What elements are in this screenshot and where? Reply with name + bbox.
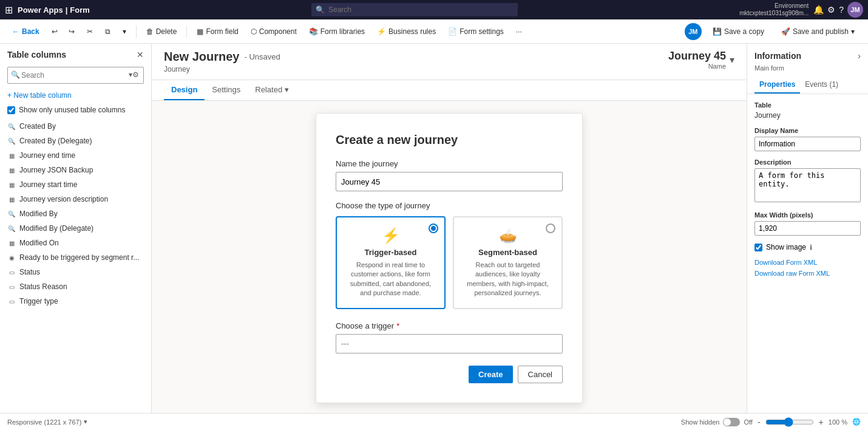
save-publish-button[interactable]: 🚀 Save and publish ▾ — [775, 25, 861, 38]
globe-icon[interactable]: 🌐 — [852, 418, 861, 426]
trigger-icon: ⚡ — [347, 227, 435, 244]
trigger-based-card[interactable]: ⚡ Trigger-based Respond in real time to … — [336, 216, 446, 309]
show-hidden-toggle[interactable] — [723, 418, 740, 426]
env-label: Environment — [739, 2, 809, 10]
display-name-input[interactable] — [754, 137, 861, 151]
more-icon: ··· — [516, 27, 522, 36]
topbar-search-input[interactable] — [311, 3, 518, 16]
dialog-actions: Create Cancel — [336, 366, 563, 383]
save-publish-arrow: ▾ — [851, 27, 855, 36]
form-tabs: Design Settings Related ▾ — [152, 80, 747, 101]
undo-button[interactable]: ↩ — [47, 25, 63, 38]
save-copy-button[interactable]: 💾 Save a copy — [707, 25, 770, 38]
cancel-button[interactable]: Cancel — [518, 366, 563, 383]
show-unused-checkbox-row[interactable]: Show only unused table columns — [0, 103, 151, 119]
business-rules-button[interactable]: ⚡ Business rules — [372, 25, 441, 38]
list-item[interactable]: ▭ Status — [0, 265, 151, 279]
item-label: Journey end time — [19, 151, 75, 160]
form-field-button[interactable]: ▦ Form field — [192, 25, 243, 38]
expand-form-button[interactable]: ▾ — [730, 54, 734, 66]
save-publish-icon: 🚀 — [781, 27, 790, 36]
delete-icon: 🗑 — [146, 27, 154, 36]
trigger-select-input[interactable] — [336, 334, 563, 353]
apps-icon[interactable]: ⊞ — [5, 4, 13, 16]
search-icon: 🔍 — [7, 225, 16, 232]
show-unused-checkbox[interactable] — [7, 106, 15, 114]
list-item[interactable]: ◉ Ready to be triggered by segment r... — [0, 250, 151, 265]
current-user-avatar[interactable]: JM — [685, 23, 702, 40]
list-item[interactable]: ▦ Journey end time — [0, 148, 151, 163]
list-item[interactable]: ▦ Modified On — [0, 236, 151, 250]
business-rules-label: Business rules — [388, 27, 436, 36]
list-item[interactable]: 🔍 Created By (Delegate) — [0, 134, 151, 148]
filter-icon[interactable]: ▾⚙ — [129, 70, 139, 79]
zoom-minus-icon[interactable]: - — [758, 417, 761, 427]
form-settings-button[interactable]: 📄 Form settings — [443, 25, 509, 38]
form-name-label: Journey 45 — [668, 50, 726, 63]
create-button[interactable]: Create — [469, 366, 512, 383]
form-libraries-button[interactable]: 📚 Form libraries — [304, 25, 370, 38]
responsive-dropdown-icon[interactable]: ▾ — [84, 418, 87, 426]
rpanel-tab-properties[interactable]: Properties — [754, 77, 800, 94]
settings-icon[interactable]: ⚙ — [827, 5, 835, 15]
component-button[interactable]: ⬡ Component — [246, 25, 302, 38]
right-panel-tabs: Properties Events (1) — [747, 77, 868, 94]
list-item[interactable]: 🔍 Created By — [0, 119, 151, 134]
tab-design[interactable]: Design — [164, 80, 205, 100]
dropdown-button[interactable]: ▾ — [118, 25, 131, 38]
description-textarea[interactable]: A form for this entity. — [754, 168, 861, 202]
download-form-xml-link[interactable]: Download Form XML — [754, 259, 861, 266]
delete-button[interactable]: 🗑 Delete — [141, 25, 182, 38]
zoom-plus-icon[interactable]: + — [819, 417, 824, 427]
download-raw-xml-link[interactable]: Download raw Form XML — [754, 270, 861, 277]
show-image-info-icon[interactable]: ℹ — [810, 244, 812, 251]
zoom-slider[interactable] — [765, 417, 814, 427]
copy-button[interactable]: ⧉ — [100, 25, 115, 38]
help-icon[interactable]: ? — [839, 5, 844, 15]
segment-based-card[interactable]: 🥧 Segment-based Reach out to targeted au… — [453, 216, 563, 309]
sidebar-close-button[interactable]: ✕ — [137, 50, 144, 60]
more-button[interactable]: ··· — [511, 25, 527, 38]
sidebar-header: Table columns ✕ — [0, 44, 151, 63]
item-label: Modified On — [19, 239, 59, 247]
bottom-right: Show hidden Off - + 100 % 🌐 — [681, 417, 861, 427]
list-item[interactable]: 🔍 Modified By — [0, 206, 151, 221]
show-image-checkbox[interactable] — [754, 244, 762, 251]
back-arrow-icon: ← — [12, 27, 19, 36]
form-canvas: Create a new journey Name the journey Ch… — [152, 101, 747, 430]
user-avatar[interactable]: JM — [847, 2, 863, 18]
show-unused-label: Show only unused table columns — [19, 106, 125, 114]
brand-sep: | — [66, 5, 68, 15]
list-item[interactable]: ▦ Journey version description — [0, 192, 151, 206]
topbar: ⊞ Power Apps | Form 🔍 Environment mktcxp… — [0, 0, 868, 19]
back-button[interactable]: ← Back — [7, 25, 44, 38]
search-icon: 🔍 — [7, 138, 16, 145]
sidebar-search-input[interactable] — [7, 67, 144, 84]
sidebar-title: Table columns — [7, 50, 66, 60]
tab-settings[interactable]: Settings — [205, 80, 248, 100]
toggle-knob — [724, 418, 731, 426]
tab-related[interactable]: Related ▾ — [248, 80, 296, 100]
display-name-field-group: Display Name — [754, 127, 861, 151]
list-item[interactable]: ▭ Trigger type — [0, 294, 151, 309]
rpanel-tab-events[interactable]: Events (1) — [800, 77, 843, 94]
notification-icon[interactable]: 🔔 — [813, 5, 824, 15]
toolbar: ← Back ↩ ↪ ✂ ⧉ ▾ 🗑 Delete ▦ Form field ⬡… — [0, 19, 868, 44]
env-name: mktcxptest1031sg908m... — [739, 10, 809, 17]
new-table-column-button[interactable]: + New table column — [0, 87, 151, 103]
list-item[interactable]: ▭ Status Reason — [0, 279, 151, 294]
max-width-input[interactable] — [754, 221, 861, 236]
undo-icon: ↩ — [52, 27, 58, 36]
cut-button[interactable]: ✂ — [82, 25, 98, 38]
redo-button[interactable]: ↪ — [64, 25, 80, 38]
list-item[interactable]: ▦ Journey JSON Backup — [0, 163, 151, 177]
topbar-icons: 🔔 ⚙ ? JM — [813, 2, 863, 18]
list-item[interactable]: ▦ Journey start time — [0, 177, 151, 192]
right-panel-expand-button[interactable]: › — [858, 51, 861, 61]
main-layout: Table columns ✕ 🔍 ▾⚙ + New table column … — [0, 44, 868, 430]
list-item[interactable]: 🔍 Modified By (Delegate) — [0, 221, 151, 236]
form-field-icon: ▦ — [197, 27, 203, 36]
search-icon: 🔍 — [7, 211, 16, 217]
journey-name-input[interactable] — [336, 172, 563, 191]
sidebar-search-area: 🔍 ▾⚙ — [0, 63, 151, 87]
